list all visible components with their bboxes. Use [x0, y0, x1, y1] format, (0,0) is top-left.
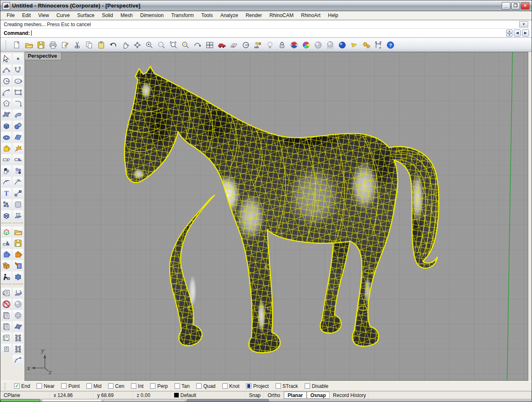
- restore-button[interactable]: ❐: [511, 2, 520, 10]
- puzzle-yellow-icon[interactable]: [1, 143, 12, 154]
- help-icon[interactable]: ?: [385, 39, 396, 50]
- split-h-icon[interactable]: [12, 154, 23, 165]
- rect-tool-icon[interactable]: [12, 87, 23, 98]
- trim-tool-icon[interactable]: [1, 154, 12, 165]
- menu-rhinoart[interactable]: RhinoArt: [297, 12, 324, 19]
- osnap-strack[interactable]: ✓STrack: [276, 383, 298, 389]
- command-spinner[interactable]: ▲▼: [506, 29, 512, 37]
- minimize-button[interactable]: _: [502, 2, 510, 10]
- osnap-near-checkbox[interactable]: ✓: [37, 383, 42, 389]
- close-button[interactable]: ×: [521, 2, 530, 10]
- osnap-quad[interactable]: ✓Quad: [196, 383, 215, 389]
- viewport-title-tab[interactable]: Perspective: [25, 52, 62, 60]
- menu-file[interactable]: File: [3, 12, 18, 19]
- rotate-portrait-icon[interactable]: [1, 287, 12, 298]
- curve-dashed-icon[interactable]: [12, 355, 23, 365]
- statusbar-cplane[interactable]: CPlane: [0, 392, 50, 399]
- menu-solid[interactable]: Solid: [98, 12, 117, 19]
- zoom-window-icon[interactable]: [156, 39, 167, 50]
- circle-tool-icon[interactable]: [1, 76, 12, 86]
- text-tool-icon[interactable]: T: [1, 188, 12, 199]
- arc-tool-icon[interactable]: [1, 87, 12, 98]
- viewport-canvas[interactable]: x y z: [25, 52, 528, 380]
- osnap-knot-checkbox[interactable]: ✓: [222, 383, 228, 389]
- undo-icon[interactable]: [108, 39, 118, 50]
- pan-hand-icon[interactable]: [120, 39, 131, 50]
- menu-help[interactable]: Help: [324, 12, 342, 19]
- srf-blend-icon[interactable]: [12, 109, 23, 120]
- osnap-project-checkbox[interactable]: ✓: [246, 383, 251, 389]
- sphere-wire-icon[interactable]: [12, 310, 23, 321]
- statusbar-record-history[interactable]: Record History: [330, 392, 369, 399]
- sphere-gray-icon[interactable]: [313, 39, 323, 50]
- undo-view-icon[interactable]: [192, 39, 203, 50]
- dimension-tool-icon[interactable]: [373, 39, 384, 50]
- menu-curve[interactable]: Curve: [53, 12, 74, 19]
- command-prompt[interactable]: Command:: [0, 29, 532, 37]
- adjustable-curve-icon[interactable]: [12, 176, 23, 187]
- menu-rhinocam[interactable]: RhinoCAM: [266, 12, 297, 19]
- color-circles-icon[interactable]: [1, 165, 12, 176]
- osnap-int[interactable]: ✓Int: [131, 383, 143, 389]
- cone-flag-icon[interactable]: [349, 39, 360, 50]
- menu-tools[interactable]: Tools: [197, 12, 217, 19]
- sphere-blue-icon[interactable]: [337, 39, 347, 50]
- osnap-tan[interactable]: ✓Tan: [175, 383, 190, 389]
- portrait-copy-icon[interactable]: [1, 310, 12, 321]
- export-doc-icon[interactable]: [60, 39, 70, 50]
- menu-render[interactable]: Render: [242, 12, 266, 19]
- zoom-selected-icon[interactable]: [180, 39, 191, 50]
- scroll-right-button[interactable]: ▶: [522, 29, 529, 37]
- save-icon[interactable]: [36, 39, 46, 50]
- menu-view[interactable]: View: [34, 12, 53, 19]
- open-folder-icon[interactable]: [12, 226, 23, 237]
- shade-view-icon[interactable]: [289, 39, 299, 50]
- portrait-small-icon[interactable]: [1, 343, 12, 354]
- cut-icon[interactable]: [72, 39, 82, 50]
- curve-handle-icon[interactable]: [1, 176, 12, 187]
- cube-points-icon[interactable]: [12, 271, 23, 282]
- task-button-sliver-2[interactable]: [187, 399, 269, 402]
- scroll-left-button[interactable]: ◀: [514, 29, 521, 37]
- perspective-viewport[interactable]: x y z: [25, 52, 528, 381]
- car-icon[interactable]: [217, 39, 227, 50]
- copy-pen-icon[interactable]: [12, 199, 23, 210]
- cage-edit-icon[interactable]: [12, 343, 23, 354]
- srf-cv-icon[interactable]: [1, 109, 12, 120]
- statusbar-snap[interactable]: Snap: [246, 392, 264, 399]
- new-file-icon[interactable]: [12, 39, 22, 50]
- drape-surface-icon[interactable]: [12, 287, 23, 298]
- menu-analyze[interactable]: Analyze: [217, 12, 242, 19]
- menu-edit[interactable]: Edit: [18, 12, 34, 19]
- osnap-quad-checkbox[interactable]: ✓: [196, 383, 202, 389]
- portrait-axis-icon[interactable]: [1, 332, 12, 343]
- sphere-gray-icon[interactable]: [12, 299, 23, 309]
- puzzle-orange-icon[interactable]: [12, 249, 23, 260]
- rotate-view-icon[interactable]: [132, 39, 143, 50]
- solid-cube-icon[interactable]: [1, 210, 12, 221]
- start-button-sliver[interactable]: [0, 399, 40, 402]
- osnap-int-checkbox[interactable]: ✓: [131, 383, 136, 389]
- osnap-knot[interactable]: ✓Knot: [222, 383, 240, 389]
- menu-transform[interactable]: Transform: [167, 12, 197, 19]
- menu-dimension[interactable]: Dimension: [136, 12, 167, 19]
- open-box-icon[interactable]: [1, 260, 12, 271]
- patch-tool-icon[interactable]: [12, 132, 23, 142]
- puzzle-blue-icon[interactable]: [1, 249, 12, 260]
- zoom-in-icon[interactable]: [144, 39, 155, 50]
- osnap-tan-checkbox[interactable]: ✓: [175, 383, 180, 389]
- open-folder-icon[interactable]: [24, 39, 34, 50]
- explode-burst-icon[interactable]: [12, 143, 23, 154]
- worker-icon[interactable]: [1, 271, 12, 282]
- select-arrow-icon[interactable]: [1, 53, 12, 64]
- osnap-point-checkbox[interactable]: ✓: [61, 383, 66, 389]
- curve-through-icon[interactable]: [12, 64, 23, 75]
- cp-curve-icon[interactable]: [1, 64, 12, 75]
- osnap-point[interactable]: ✓Point: [61, 383, 79, 389]
- statusbar-planar[interactable]: Planar: [284, 392, 307, 399]
- osnap-strack-checkbox[interactable]: ✓: [276, 383, 281, 389]
- paste-icon[interactable]: [96, 39, 106, 50]
- lightbulb-icon[interactable]: [265, 39, 275, 50]
- osnap-mid-checkbox[interactable]: ✓: [86, 383, 92, 389]
- split-blue-icon[interactable]: [1, 238, 12, 248]
